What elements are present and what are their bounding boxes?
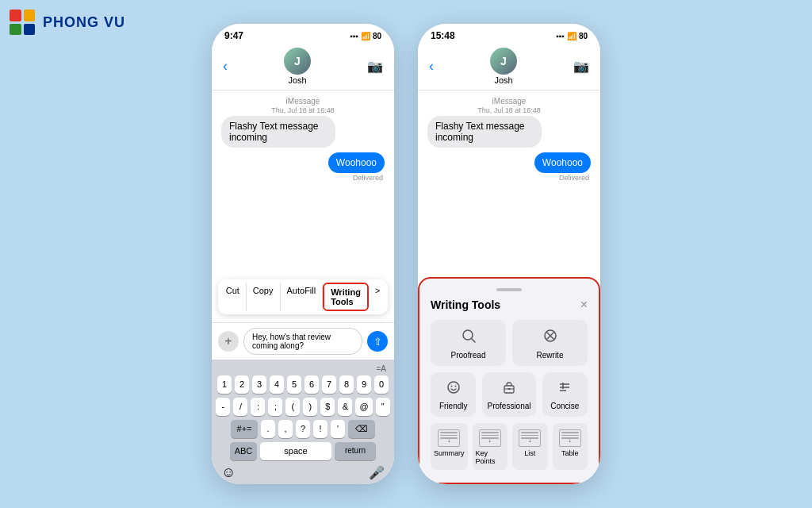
- right-nav-bar: ‹ J Josh 📷: [418, 44, 600, 90]
- right-video-button[interactable]: 📷: [573, 59, 589, 74]
- right-status-time: 15:48: [431, 30, 455, 41]
- key-points-doc-icon: ↓: [479, 429, 501, 447]
- kb-rparen[interactable]: ): [303, 398, 317, 416]
- wifi-icon: 📶: [361, 32, 370, 40]
- brand-name: PHONG VU: [43, 14, 125, 31]
- kb-1[interactable]: 1: [217, 375, 232, 394]
- right-msg-sent: Woohooo: [534, 152, 591, 173]
- key-points-button[interactable]: ↓ Key Points: [473, 423, 508, 470]
- writing-tools-mid-grid: Friendly Professional: [431, 372, 588, 417]
- svg-point-0: [463, 330, 473, 340]
- key-points-label: Key Points: [476, 449, 504, 465]
- ctx-autofill[interactable]: AutoFill: [281, 283, 324, 311]
- kb-dollar[interactable]: $: [320, 398, 335, 416]
- kb-abc[interactable]: ABC: [230, 442, 257, 460]
- right-contact-info: J Josh: [490, 48, 517, 85]
- kb-lparen[interactable]: (: [285, 398, 300, 416]
- left-keyboard: =A 1 2 3 4 5 6 7 8 9 0 - / : ; ( ) $: [212, 360, 394, 484]
- left-send-button[interactable]: ⇧: [367, 331, 388, 352]
- ctx-writing-tools[interactable]: Writing Tools: [323, 283, 369, 311]
- left-delivered: Delivered: [353, 174, 383, 182]
- kb-9[interactable]: 9: [357, 375, 371, 394]
- kb-question[interactable]: ?: [296, 420, 310, 438]
- left-nav-bar: ‹ J Josh 📷: [212, 44, 394, 90]
- kb-semi[interactable]: ;: [268, 398, 282, 416]
- writing-tools-close[interactable]: ×: [580, 298, 588, 312]
- kb-0[interactable]: 0: [374, 375, 389, 394]
- kb-dash[interactable]: -: [216, 398, 230, 416]
- kb-3[interactable]: 3: [252, 375, 266, 394]
- left-add-button[interactable]: +: [218, 331, 239, 352]
- kb-4[interactable]: 4: [270, 375, 284, 394]
- right-battery-icon: 80: [579, 32, 588, 40]
- left-msg-received: Flashy Text message incoming: [221, 116, 335, 148]
- concise-icon: [557, 380, 572, 398]
- kb-6[interactable]: 6: [304, 375, 319, 394]
- summary-label: Summary: [434, 449, 465, 457]
- writing-tools-panel: Writing Tools × Proofread: [418, 277, 600, 484]
- left-phone: 9:47 ▪▪▪ 📶 80 ‹ J Josh 📷 iMessage Thu, J…: [212, 24, 394, 484]
- left-contact-info: J Josh: [284, 48, 311, 85]
- ctx-more[interactable]: >: [369, 283, 386, 311]
- svg-line-1: [472, 339, 475, 342]
- kb-exclaim[interactable]: !: [313, 420, 327, 438]
- kb-return[interactable]: return: [335, 442, 376, 460]
- kb-slash[interactable]: /: [233, 398, 247, 416]
- writing-tools-doc-grid: ↓ Summary ↓ Key Points: [431, 423, 588, 470]
- list-button[interactable]: ↓ List: [512, 423, 548, 470]
- proofread-icon: [461, 328, 477, 348]
- phones-container: 9:47 ▪▪▪ 📶 80 ‹ J Josh 📷 iMessage Thu, J…: [212, 24, 600, 484]
- proofread-button[interactable]: Proofread: [431, 320, 506, 366]
- kb-at[interactable]: @: [355, 398, 372, 416]
- friendly-label: Friendly: [439, 402, 468, 410]
- svg-point-6: [450, 386, 452, 387]
- right-wifi-icon: 📶: [567, 32, 576, 40]
- kb-space[interactable]: space: [260, 442, 331, 460]
- writing-tools-header: Writing Tools ×: [431, 298, 588, 312]
- table-label: Table: [561, 449, 579, 457]
- emoji-button[interactable]: ☺: [221, 464, 236, 481]
- kb-row-3: #+= . , ? ! ' ⌫: [215, 420, 391, 438]
- kb-2[interactable]: 2: [235, 375, 249, 394]
- ctx-copy[interactable]: Copy: [247, 283, 281, 311]
- table-doc-icon: ↓: [559, 429, 581, 447]
- left-msg-sent: Woohooo: [328, 152, 385, 173]
- rewrite-button[interactable]: Rewrite: [512, 320, 588, 366]
- kb-period[interactable]: .: [261, 420, 275, 438]
- left-back-button[interactable]: ‹: [223, 58, 228, 75]
- kb-colon[interactable]: :: [251, 398, 265, 416]
- context-menu: Cut Copy AutoFill Writing Tools >: [218, 279, 389, 314]
- kb-apostrophe[interactable]: ': [331, 420, 345, 438]
- summary-button[interactable]: ↓ Summary: [431, 423, 468, 470]
- svg-rect-10: [508, 388, 511, 390]
- kb-7[interactable]: 7: [322, 375, 336, 394]
- ctx-cut[interactable]: Cut: [220, 283, 247, 311]
- kb-8[interactable]: 8: [339, 375, 354, 394]
- friendly-button[interactable]: Friendly: [431, 372, 476, 417]
- left-input-field[interactable]: Hey, how's that review coming along?: [243, 328, 362, 355]
- right-phone: 15:48 ▪▪▪ 📶 80 ‹ J Josh 📷 iMessage Thu, …: [418, 24, 600, 484]
- mic-button[interactable]: 🎤: [369, 465, 385, 480]
- kb-quote[interactable]: ": [376, 398, 390, 416]
- table-button[interactable]: ↓ Table: [553, 423, 588, 470]
- kb-hash[interactable]: #+=: [231, 420, 258, 438]
- right-contact-name: Josh: [494, 75, 512, 85]
- kb-bottom-row: ☺ 🎤: [215, 464, 391, 481]
- left-video-button[interactable]: 📷: [367, 59, 383, 74]
- list-doc-icon: ↓: [519, 429, 541, 447]
- kb-backspace[interactable]: ⌫: [348, 420, 375, 438]
- professional-button[interactable]: Professional: [482, 372, 535, 417]
- kb-comma[interactable]: ,: [278, 420, 293, 438]
- left-status-bar: 9:47 ▪▪▪ 📶 80: [212, 24, 394, 44]
- kb-5[interactable]: 5: [287, 375, 301, 394]
- brand-logo: PHONG VU: [8, 8, 125, 37]
- left-avatar: J: [284, 48, 311, 75]
- right-msg-sent-wrap: Woohooo Delivered: [427, 152, 591, 182]
- rewrite-label: Rewrite: [537, 351, 564, 360]
- right-back-button[interactable]: ‹: [429, 58, 434, 75]
- svg-point-5: [448, 382, 459, 393]
- logo-sq4: [24, 24, 36, 36]
- right-status-bar: 15:48 ▪▪▪ 📶 80: [418, 24, 600, 44]
- concise-button[interactable]: Concise: [542, 372, 588, 417]
- kb-amp[interactable]: &: [338, 398, 352, 416]
